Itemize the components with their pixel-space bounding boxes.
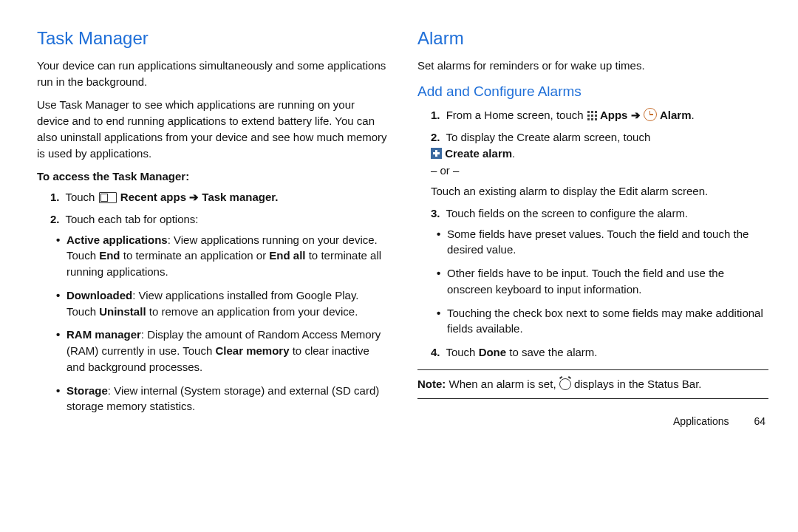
apps-grid-icon <box>587 110 597 120</box>
list-item: RAM manager: Display the amount of Rando… <box>66 327 388 375</box>
note-label: Note: <box>417 378 446 390</box>
list-item: Storage: View internal (System storage) … <box>66 383 388 415</box>
list-item: Other fields have to be input. Touch the… <box>447 265 768 298</box>
tm-steps: 1. Touch Recent apps ➔ Task manager. 2. … <box>37 189 388 415</box>
recent-apps-label: Recent apps <box>120 191 186 203</box>
task-manager-label: Task manager. <box>202 191 278 203</box>
edit-alarm-text: Touch an existing alarm to display the E… <box>431 183 768 200</box>
tm-intro-2: Use Task Manager to see which applicatio… <box>37 97 388 161</box>
list-item: Touching the check box next to some fiel… <box>447 305 768 338</box>
step-number: 2. <box>50 213 60 225</box>
left-column: Task Manager Your device can run applica… <box>37 26 403 517</box>
uninstall-label: Uninstall <box>99 305 146 318</box>
step-number: 2. <box>431 131 440 143</box>
tm-step-1: 1. Touch Recent apps ➔ Task manager. <box>50 189 388 205</box>
alarm-status-icon <box>559 378 571 390</box>
list-item: Active applications: View applications r… <box>66 232 388 280</box>
tm-intro-1: Your device can run applications simulta… <box>37 58 388 90</box>
active-applications-label: Active applications <box>66 233 168 246</box>
arrow-icon: ➔ <box>189 191 199 203</box>
list-item: Some fields have preset values. Touch th… <box>447 226 768 259</box>
clock-icon <box>644 108 657 121</box>
alarm-label: Alarm <box>660 109 692 121</box>
page-number: 64 <box>754 415 765 427</box>
right-column: Alarm Set alarms for reminders or for wa… <box>403 26 768 517</box>
step-number: 1. <box>50 191 60 203</box>
ram-manager-label: RAM manager <box>66 328 141 341</box>
downloaded-label: Downloaded <box>66 289 132 301</box>
text: Touch each tab for options: <box>65 213 198 225</box>
create-alarm-label: Create alarm <box>445 147 512 160</box>
step-number: 4. <box>431 346 440 358</box>
alarm-step-3: 3. Touch fields on the screen to configu… <box>431 205 768 337</box>
page-footer: Applications 64 <box>417 414 768 429</box>
heading-task-manager: Task Manager <box>37 26 388 52</box>
step-number: 1. <box>431 109 440 121</box>
text: Touch <box>65 191 98 203</box>
recent-apps-icon <box>99 192 117 203</box>
subheading-add-alarms: Add and Configure Alarms <box>417 81 768 102</box>
alarm-step-1: 1. From a Home screen, touch Apps ➔ Alar… <box>431 107 768 123</box>
arrow-icon: ➔ <box>631 109 641 121</box>
alarm-config-list: Some fields have preset values. Touch th… <box>431 226 768 338</box>
storage-label: Storage <box>66 384 108 397</box>
footer-section: Applications <box>673 415 729 427</box>
step-number: 3. <box>431 207 440 219</box>
tm-subhead: To access the Task Manager: <box>37 168 388 185</box>
list-item: Downloaded: View applications installed … <box>66 287 388 320</box>
apps-label: Apps <box>600 109 628 121</box>
tm-tabs-list: Active applications: View applications r… <box>50 232 388 415</box>
note-block: Note: When an alarm is set, displays in … <box>417 369 768 399</box>
heading-alarm: Alarm <box>417 26 768 52</box>
end-all-label: End all <box>269 249 305 262</box>
alarm-step-2: 2. To display the Create alarm screen, t… <box>431 129 768 200</box>
alarm-step-4: 4. Touch Done to save the alarm. <box>431 344 768 361</box>
plus-icon <box>431 148 442 159</box>
alarm-intro: Set alarms for reminders or for wake up … <box>417 58 768 74</box>
or-divider: – or – <box>431 163 768 179</box>
end-label: End <box>99 249 120 262</box>
done-label: Done <box>479 346 507 358</box>
clear-memory-label: Clear memory <box>215 344 289 357</box>
manual-page: Task Manager Your device can run applica… <box>0 0 798 532</box>
tm-step-2: 2. Touch each tab for options: Active ap… <box>50 211 388 415</box>
alarm-steps: 1. From a Home screen, touch Apps ➔ Alar… <box>417 107 768 361</box>
